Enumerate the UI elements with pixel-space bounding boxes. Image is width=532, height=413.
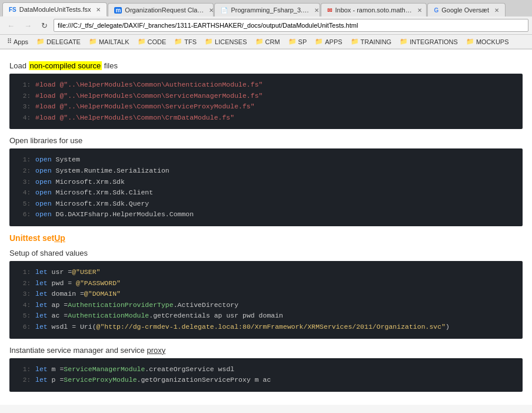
bookmark-crm-label: CRM xyxy=(265,38,280,45)
tab-2-icon: m xyxy=(114,7,122,14)
bookmark-apps2-label: APPS xyxy=(325,38,342,45)
tab-4-title: Inbox - ramon.soto.math… xyxy=(335,6,411,14)
url-bar[interactable] xyxy=(54,19,528,32)
tab-2[interactable]: m OrganizationRequest Cla… ✕ xyxy=(108,3,214,16)
tab-1-icon: FS xyxy=(9,6,16,13)
folder-icon-mockups: 📁 xyxy=(466,38,474,45)
folder-icon-code: 📁 xyxy=(138,38,146,45)
tab-4[interactable]: ✉ Inbox - ramon.soto.math… ✕ xyxy=(321,3,427,16)
browser-chrome: FS DataModuleUnitTests.fsx ✕ m Organizat… xyxy=(0,0,532,49)
bookmark-mockups-label: MOCKUPS xyxy=(476,38,509,45)
code-line: 1: open System xyxy=(16,154,516,166)
open-code-block: 1: open System 2: open System.Runtime.Se… xyxy=(9,148,523,226)
bookmark-training[interactable]: 📁 TRAINING xyxy=(347,37,395,47)
bookmark-delegate-label: DELEGATE xyxy=(46,38,81,45)
tab-2-close[interactable]: ✕ xyxy=(209,7,214,14)
tab-3[interactable]: 📄 Programming_Fsharp_3.… ✕ xyxy=(214,3,320,16)
code-line: 4: let ap = AuthenticationProviderType .… xyxy=(16,300,516,311)
bookmark-tfs-label: TFS xyxy=(184,38,197,45)
folder-icon-integrations: 📁 xyxy=(400,38,408,45)
tab-5[interactable]: G Google Oversæt ✕ xyxy=(427,3,505,16)
bookmark-licenses-label: LICENSES xyxy=(215,38,247,45)
folder-icon-mailtalk: 📁 xyxy=(89,38,97,45)
bookmark-sp-label: SP xyxy=(298,38,307,45)
tab-bar: FS DataModuleUnitTests.fsx ✕ m Organizat… xyxy=(0,0,532,16)
back-button[interactable]: ← xyxy=(4,19,18,32)
load-code-block: 1: #load @"..\HelperModules\Common\Authe… xyxy=(9,74,523,129)
open-heading: Open libraries for use xyxy=(9,136,523,145)
unittest-heading: Unittest setUp xyxy=(9,233,523,243)
bookmark-apps-label: Apps xyxy=(14,38,28,45)
bookmark-tfs[interactable]: 📁 TFS xyxy=(171,37,200,47)
code-line: 5: let ac = AuthenticationModule .getCre… xyxy=(16,310,516,322)
code-line: 1: let usr = @"USER" xyxy=(16,267,516,278)
code-line: 3: #load @"..\HelperModules\Common\Servi… xyxy=(16,101,516,113)
bookmark-code[interactable]: 📁 CODE xyxy=(134,37,170,47)
bookmark-training-label: TRAINING xyxy=(361,38,392,45)
reload-button[interactable]: ↻ xyxy=(38,19,51,32)
bookmark-sp[interactable]: 📁 SP xyxy=(285,37,311,47)
folder-icon-delegate: 📁 xyxy=(36,38,45,45)
bookmark-mockups[interactable]: 📁 MOCKUPS xyxy=(463,37,513,47)
proxy-code-block: 1: let m = ServiceManagerModule .createO… xyxy=(9,358,523,392)
bookmark-licenses[interactable]: 📁 LICENSES xyxy=(201,37,250,47)
proxy-highlight: proxy xyxy=(147,346,165,355)
bookmark-apps2[interactable]: 📁 APPS xyxy=(311,37,345,47)
unittest-code-block: 1: let usr = @"USER" 2: let pwd = @"PASS… xyxy=(9,261,523,339)
code-line: 4: #load @"..\HelperModules\Common\CrmDa… xyxy=(16,113,516,124)
load-heading: Load non-compiled source files xyxy=(9,61,523,70)
code-line: 4: open Microsoft.Xrm.Sdk.Client xyxy=(16,187,516,199)
tab-5-icon: G xyxy=(434,7,438,14)
page-content: Load non-compiled source files 1: #load … xyxy=(0,49,532,405)
forward-button[interactable]: → xyxy=(21,19,35,32)
code-line: 1: #load @"..\HelperModules\Common\Authe… xyxy=(16,80,516,91)
folder-icon-tfs: 📁 xyxy=(174,38,182,45)
code-line: 3: let domain = @"DOMAIN" xyxy=(16,289,516,300)
tab-5-title: Google Oversæt xyxy=(441,6,489,14)
code-line: 5: open Microsoft.Xrm.Sdk.Query xyxy=(16,199,516,210)
code-line: 2: open System.Runtime.Serialization xyxy=(16,166,516,177)
unittest-heading-text: Unittest setUp xyxy=(9,233,65,243)
bookmarks-bar: ⠿ Apps 📁 DELEGATE 📁 MAILTALK 📁 CODE 📁 TF… xyxy=(0,35,532,49)
apps-icon: ⠿ xyxy=(7,38,12,45)
tab-3-title: Programming_Fsharp_3.… xyxy=(231,6,309,14)
code-line: 2: let p = ServiceProxyModule .getOrgani… xyxy=(16,375,516,386)
tab-3-icon: 📄 xyxy=(221,7,228,14)
bookmark-mailtalk[interactable]: 📁 MAILTALK xyxy=(85,37,133,47)
bookmark-apps[interactable]: ⠿ Apps xyxy=(4,37,32,47)
bookmark-crm[interactable]: 📁 CRM xyxy=(252,37,284,47)
tab-5-close[interactable]: ✕ xyxy=(494,7,499,14)
tab-4-icon: ✉ xyxy=(327,7,332,14)
tab-1-title: DataModuleUnitTests.fsx xyxy=(19,6,91,13)
code-line: 2: #load @"..\HelperModules\Common\Servi… xyxy=(16,91,516,102)
bookmark-integrations-label: INTEGRATIONS xyxy=(410,38,458,45)
bookmark-code-label: CODE xyxy=(148,38,167,45)
bookmark-mailtalk-label: MAILTALK xyxy=(99,38,129,45)
code-line: 6: let wsdl = Uri( @"http://dg-crmdev-1.… xyxy=(16,322,516,333)
tab-2-title: OrganizationRequest Cla… xyxy=(125,6,204,14)
tab-1[interactable]: FS DataModuleUnitTests.fsx ✕ xyxy=(2,2,107,16)
folder-icon-crm: 📁 xyxy=(255,38,264,45)
code-line: 6: open DG.DAXIFsharp.HelperModules.Comm… xyxy=(16,209,516,220)
folder-icon-apps: 📁 xyxy=(315,38,323,45)
code-line: 2: let pwd = @"PASSWORD" xyxy=(16,278,516,289)
tab-4-close[interactable]: ✕ xyxy=(417,7,422,14)
folder-icon-licenses: 📁 xyxy=(205,38,213,45)
tab-1-close[interactable]: ✕ xyxy=(96,6,101,13)
code-line: 1: let m = ServiceManagerModule .createO… xyxy=(16,364,516,375)
bookmark-integrations[interactable]: 📁 INTEGRATIONS xyxy=(396,37,461,47)
setup-subheading: Setup of shared values xyxy=(9,249,523,257)
folder-icon-sp: 📁 xyxy=(288,38,297,45)
code-line: 3: open Microsoft.Xrm.Sdk xyxy=(16,177,516,188)
bookmark-delegate[interactable]: 📁 DELEGATE xyxy=(33,37,84,47)
proxy-heading: Instantiate service manager and service … xyxy=(9,346,523,355)
load-highlight: non-compiled source xyxy=(29,61,102,70)
tab-3-close[interactable]: ✕ xyxy=(314,7,319,14)
folder-icon-training: 📁 xyxy=(351,38,359,45)
nav-bar: ← → ↻ xyxy=(0,16,532,35)
